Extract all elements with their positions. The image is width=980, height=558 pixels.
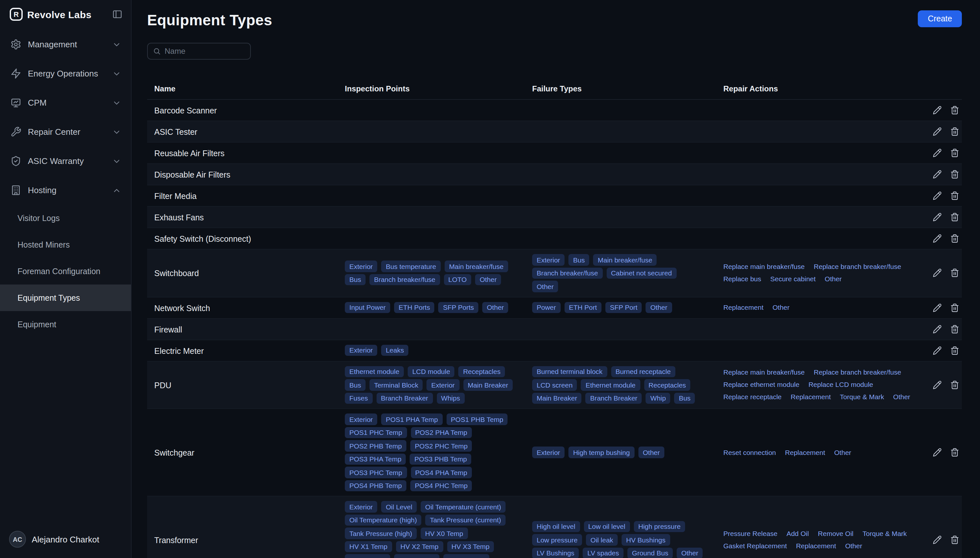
inspection-points: ExteriorLeaks <box>345 345 532 356</box>
failure-types: ExteriorHigh temp bushingOther <box>532 447 723 458</box>
sidebar-item-hosted-miners[interactable]: Hosted Miners <box>0 231 131 258</box>
edit-button[interactable] <box>933 191 942 200</box>
delete-button[interactable] <box>950 535 959 544</box>
equipment-name: Firewall <box>154 325 182 334</box>
sidebar-item-repair-center[interactable]: Repair Center <box>0 117 131 146</box>
edit-button[interactable] <box>933 448 942 457</box>
delete-button[interactable] <box>950 303 959 312</box>
equipment-name: Reusable Air Filters <box>154 149 225 158</box>
equipment-name: Exhaust Fans <box>154 213 204 222</box>
edit-button[interactable] <box>933 324 942 333</box>
search-input[interactable] <box>165 47 245 56</box>
edit-button[interactable] <box>933 381 942 389</box>
table-row-network-switch: Network Switch Input PowerETH PortsSFP P… <box>147 297 962 318</box>
sidebar-item-equipment[interactable]: Equipment <box>0 311 131 338</box>
sidebar-item-energy-operations[interactable]: Energy Operations <box>0 59 131 88</box>
edit-button[interactable] <box>933 127 942 136</box>
sidebar-item-foreman-configuration[interactable]: Foreman Configuration <box>0 258 131 284</box>
delete-button[interactable] <box>950 324 959 333</box>
table-body: Barcode Scanner ASIC Tester Reusable Air… <box>147 100 962 558</box>
inspection-point-chip: POS3 PHA Temp <box>345 453 406 464</box>
failure-type-chip: Oil leak <box>586 534 618 546</box>
repair-action: Replacement <box>785 447 825 458</box>
inspection-point-chip: HV X0 Temp <box>421 528 468 539</box>
edit-button[interactable] <box>933 346 942 355</box>
failure-types: ExteriorBusMain breaker/fuseBranch break… <box>532 254 723 292</box>
row-actions <box>924 127 962 136</box>
sidebar: R Revolve Labs Management Energy Operati… <box>0 0 131 558</box>
search-icon <box>153 47 161 55</box>
inspection-point-chip: Branch breaker/fuse <box>369 274 440 286</box>
delete-button[interactable] <box>950 381 959 389</box>
repair-action: Replacement <box>791 392 831 403</box>
sidebar-item-cpm[interactable]: CPM <box>0 88 131 117</box>
failure-type-chip: Cabinet not secured <box>606 268 676 279</box>
user-profile[interactable]: AC Alejandro Charkot <box>0 525 131 553</box>
equipment-name: PDU <box>154 381 171 390</box>
delete-button[interactable] <box>950 448 959 457</box>
failure-type-chip: Bus <box>675 392 695 404</box>
edit-button[interactable] <box>933 269 942 278</box>
inspection-point-chip: HV X1 Temp <box>345 541 392 552</box>
chart-icon <box>10 97 21 108</box>
trash-icon <box>950 324 959 333</box>
failure-type-chip: LV spades <box>583 548 624 558</box>
edit-button[interactable] <box>933 303 942 312</box>
inspection-point-chip: Whips <box>437 392 465 404</box>
create-button[interactable]: Create <box>918 10 962 27</box>
delete-button[interactable] <box>950 127 959 136</box>
pencil-icon <box>933 535 942 544</box>
edit-button[interactable] <box>933 170 942 179</box>
equipment-name: Barcode Scanner <box>154 106 217 115</box>
trash-icon <box>950 535 959 544</box>
pencil-icon <box>933 303 942 312</box>
equipment-name: Filter Media <box>154 192 197 201</box>
page-title: Equipment Types <box>147 10 272 30</box>
inspection-point-chip: Main breaker/fuse <box>445 261 508 272</box>
edit-button[interactable] <box>933 213 942 222</box>
repair-action: Replacement <box>796 540 836 551</box>
delete-button[interactable] <box>950 106 959 115</box>
failure-type-chip: HV Bushings <box>622 534 670 546</box>
sidebar-item-hosting[interactable]: Hosting <box>0 176 131 205</box>
sidebar-collapse-button[interactable] <box>112 9 123 20</box>
inspection-point-chip: LV X0 Temp <box>345 554 390 558</box>
failure-type-chip: Other <box>532 281 558 292</box>
table-row-exhaust-fans: Exhaust Fans <box>147 207 962 228</box>
sidebar-item-visitor-logs[interactable]: Visitor Logs <box>0 205 131 231</box>
edit-button[interactable] <box>933 535 942 544</box>
failure-type-chip: Whip <box>646 392 670 404</box>
repair-action: Replacement <box>723 302 763 313</box>
chevron-down-icon <box>112 98 121 107</box>
row-actions <box>924 303 962 312</box>
edit-button[interactable] <box>933 106 942 115</box>
column-header-name: Name <box>147 84 345 93</box>
brand-logo-icon: R <box>10 8 23 21</box>
inspection-point-chip: LV X2 Temp <box>444 554 489 558</box>
delete-button[interactable] <box>950 234 959 243</box>
search-input-wrapper[interactable] <box>147 43 251 60</box>
shield-icon <box>10 156 21 167</box>
edit-button[interactable] <box>933 234 942 243</box>
row-actions <box>924 381 962 389</box>
delete-button[interactable] <box>950 269 959 278</box>
row-actions <box>924 106 962 115</box>
repair-actions: Pressure ReleaseAdd OilRemove OilTorque … <box>723 528 924 551</box>
delete-button[interactable] <box>950 191 959 200</box>
edit-button[interactable] <box>933 148 942 158</box>
row-actions <box>924 148 962 158</box>
repair-action: Torque & Mark <box>863 528 907 539</box>
delete-button[interactable] <box>950 346 959 355</box>
delete-button[interactable] <box>950 213 959 222</box>
delete-button[interactable] <box>950 170 959 179</box>
sidebar-item-management[interactable]: Management <box>0 30 131 59</box>
delete-button[interactable] <box>950 148 959 158</box>
repair-action: Torque & Mark <box>840 392 885 403</box>
trash-icon <box>950 148 959 158</box>
wrench-icon <box>10 126 21 138</box>
failure-type-chip: Exterior <box>532 254 565 265</box>
sidebar-item-asic-warranty[interactable]: ASIC Warranty <box>0 146 131 176</box>
inspection-point-chip: Input Power <box>345 302 390 313</box>
sidebar-item-equipment-types[interactable]: Equipment Types <box>0 284 131 311</box>
inspection-points: Ethernet moduleLCD moduleReceptaclesBusT… <box>345 366 532 404</box>
